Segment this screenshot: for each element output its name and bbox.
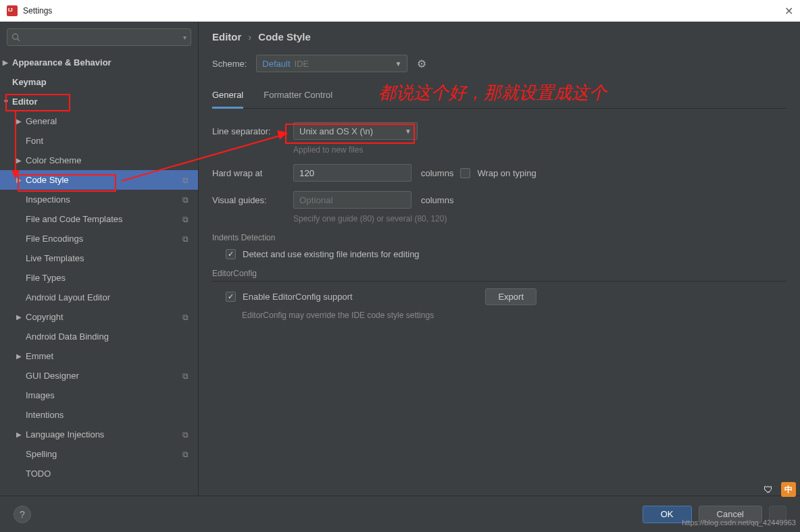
- enable-editorconfig-checkbox[interactable]: [226, 292, 236, 302]
- wrap-on-typing-checkbox[interactable]: [460, 168, 470, 178]
- sidebar-item-label: Emmet: [26, 351, 53, 361]
- sidebar-item-label: Color Scheme: [26, 155, 81, 165]
- copy-icon: ⧉: [182, 371, 189, 381]
- sidebar-item-file-types[interactable]: File Types: [0, 268, 198, 288]
- main-panel: Editor › Code Style Scheme: Default IDE …: [199, 22, 800, 496]
- titlebar: Settings ✕: [0, 0, 800, 22]
- sidebar-item-label: Editor: [12, 97, 38, 107]
- indents-section-title: Indents Detection: [212, 233, 786, 242]
- sidebar-item-label: GUI Designer: [26, 371, 79, 381]
- sidebar-item-label: Code Style: [26, 175, 69, 185]
- copy-icon: ⧉: [182, 215, 189, 224]
- tab-general[interactable]: General: [212, 88, 243, 109]
- chevron-down-icon[interactable]: ▾: [183, 34, 186, 41]
- sidebar-item-file-and-code-templates[interactable]: File and Code Templates⧉: [0, 209, 198, 229]
- sidebar-item-android-data-binding[interactable]: Android Data Binding: [0, 327, 198, 346]
- scheme-select[interactable]: Default IDE ▼: [256, 55, 407, 72]
- system-tray: 🛡 中: [761, 482, 796, 497]
- line-separator-label: Line separator:: [212, 126, 286, 136]
- visual-guides-label: Visual guides:: [212, 195, 286, 205]
- search-icon: [11, 32, 20, 42]
- copy-icon: ⧉: [182, 430, 189, 440]
- line-separator-select[interactable]: Unix and OS X (\n) ▼: [293, 122, 418, 140]
- hard-wrap-input[interactable]: [293, 164, 411, 182]
- sidebar-item-label: File Types: [26, 273, 66, 283]
- sidebar-item-label: Intentions: [26, 410, 64, 420]
- sidebar-item-copyright[interactable]: ▶Copyright⧉: [0, 307, 198, 327]
- sidebar-item-language-injections[interactable]: ▶Language Injections⧉: [0, 425, 198, 444]
- sidebar-item-font[interactable]: Font: [0, 131, 198, 151]
- tabs: General Formatter Control: [212, 88, 786, 109]
- sidebar-item-label: Keymap: [12, 77, 47, 87]
- tree-arrow-icon: ▶: [16, 352, 22, 360]
- sidebar-item-label: Language Injections: [26, 429, 104, 440]
- sidebar-item-todo[interactable]: TODO: [0, 464, 198, 483]
- editorconfig-note: EditorConfig may override the IDE code s…: [242, 311, 786, 320]
- tab-formatter-control[interactable]: Formatter Control: [264, 88, 332, 109]
- sidebar-item-label: TODO: [26, 469, 51, 479]
- breadcrumb-separator: ›: [248, 31, 251, 43]
- sidebar-item-file-encodings[interactable]: File Encodings⧉: [0, 229, 198, 248]
- sidebar-item-label: General: [26, 116, 57, 126]
- sidebar: ▾ ▶Appearance & BehaviorKeymap▼Editor▶Ge…: [0, 22, 199, 496]
- sidebar-item-appearance-behavior[interactable]: ▶Appearance & Behavior: [0, 53, 198, 72]
- ime-icon: 中: [781, 482, 796, 497]
- help-button[interactable]: ?: [14, 506, 31, 523]
- sidebar-item-label: Images: [26, 390, 55, 400]
- settings-tree: ▶Appearance & BehaviorKeymap▼Editor▶Gene…: [0, 53, 198, 496]
- hard-wrap-label: Hard wrap at: [212, 168, 286, 178]
- tree-arrow-icon: ▶: [16, 176, 22, 184]
- sidebar-item-spelling[interactable]: Spelling⧉: [0, 444, 198, 464]
- visual-guides-hint: Specify one guide (80) or several (80, 1…: [293, 214, 786, 223]
- sidebar-item-label: Spelling: [26, 449, 57, 459]
- detect-indents-checkbox[interactable]: [226, 249, 236, 259]
- gear-icon[interactable]: ⚙: [417, 57, 426, 70]
- sidebar-item-android-layout-editor[interactable]: Android Layout Editor: [0, 288, 198, 307]
- breadcrumb-parent[interactable]: Editor: [212, 31, 241, 43]
- tree-arrow-icon: ▶: [16, 157, 22, 164]
- sidebar-item-label: Live Templates: [26, 253, 84, 263]
- sidebar-item-emmet[interactable]: ▶Emmet: [0, 346, 198, 366]
- svg-line-1: [18, 38, 20, 41]
- wrap-on-typing-label[interactable]: Wrap on typing: [477, 168, 536, 178]
- sidebar-item-code-style[interactable]: ▶Code Style⧉: [0, 170, 198, 190]
- sidebar-item-inspections[interactable]: Inspections⧉: [0, 190, 198, 209]
- tree-arrow-icon: ▶: [16, 117, 22, 125]
- sidebar-item-gui-designer[interactable]: GUI Designer⧉: [0, 366, 198, 385]
- sidebar-item-label: File Encodings: [26, 234, 83, 244]
- sidebar-item-general[interactable]: ▶General: [0, 111, 198, 131]
- detect-indents-label[interactable]: Detect and use existing file indents for…: [243, 249, 420, 259]
- chevron-down-icon: ▼: [395, 60, 401, 68]
- tree-arrow-icon: ▶: [16, 313, 22, 321]
- copy-icon: ⧉: [182, 313, 189, 322]
- copy-icon: ⧉: [182, 195, 189, 205]
- window-title: Settings: [23, 6, 52, 16]
- sidebar-item-label: Font: [26, 136, 43, 146]
- search-input[interactable]: ▾: [7, 28, 191, 46]
- scheme-label: Scheme:: [212, 59, 247, 69]
- sidebar-item-editor[interactable]: ▼Editor: [0, 92, 198, 111]
- copy-icon: ⧉: [182, 450, 189, 459]
- sidebar-item-label: File and Code Templates: [26, 214, 123, 224]
- copy-icon: ⧉: [182, 176, 189, 185]
- dialog-footer: ? OK Cancel: [0, 496, 800, 532]
- tree-arrow-icon: ▼: [3, 98, 9, 105]
- sidebar-item-live-templates[interactable]: Live Templates: [0, 248, 198, 268]
- app-icon: [7, 5, 18, 16]
- tree-arrow-icon: ▶: [3, 59, 8, 66]
- sidebar-item-keymap[interactable]: Keymap: [0, 72, 198, 92]
- sidebar-item-label: Inspections: [26, 194, 70, 205]
- sidebar-item-label: Appearance & Behavior: [12, 57, 111, 68]
- enable-editorconfig-label[interactable]: Enable EditorConfig support: [243, 292, 353, 302]
- breadcrumb: Editor › Code Style: [212, 31, 786, 43]
- copy-icon: ⧉: [182, 234, 189, 244]
- sidebar-item-label: Android Data Binding: [26, 331, 109, 342]
- sidebar-item-images[interactable]: Images: [0, 385, 198, 405]
- export-button[interactable]: Export: [485, 288, 536, 305]
- shield-icon: 🛡: [761, 482, 776, 497]
- close-icon[interactable]: ✕: [784, 5, 793, 18]
- sidebar-item-intentions[interactable]: Intentions: [0, 405, 198, 425]
- svg-point-0: [13, 34, 18, 39]
- visual-guides-input[interactable]: [293, 191, 411, 209]
- sidebar-item-color-scheme[interactable]: ▶Color Scheme: [0, 151, 198, 170]
